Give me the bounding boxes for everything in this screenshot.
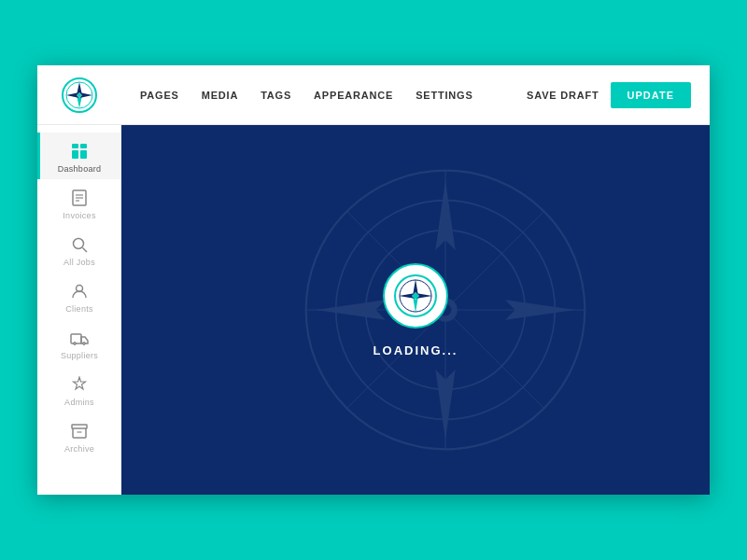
loading-text: LOADING... xyxy=(374,343,458,357)
logo-icon xyxy=(61,77,98,114)
svg-point-6 xyxy=(78,93,81,97)
save-draft-button[interactable]: SAVE DRAFT xyxy=(527,90,599,101)
loading-container: LOADING... xyxy=(374,263,458,357)
nav-item-tags[interactable]: TAGS xyxy=(261,90,291,101)
all-jobs-icon xyxy=(70,235,89,254)
sidebar-item-dashboard[interactable]: Dashboard xyxy=(37,133,121,179)
nav-item-appearance[interactable]: APPEARANCE xyxy=(314,90,393,101)
svg-marker-30 xyxy=(435,180,455,250)
svg-rect-7 xyxy=(72,144,78,148)
sidebar-item-clients-label: Clients xyxy=(65,304,93,314)
svg-point-15 xyxy=(74,239,84,249)
nav-items: PAGES MEDIA TAGS APPEARANCE SETTINGS xyxy=(140,90,527,101)
svg-rect-9 xyxy=(72,150,78,159)
sidebar-item-admins-label: Admins xyxy=(64,398,94,407)
nav-item-pages[interactable]: PAGES xyxy=(140,90,179,101)
svg-rect-18 xyxy=(71,334,81,343)
main-area: PAGES MEDIA TAGS APPEARANCE SETTINGS SAV… xyxy=(121,65,710,495)
sidebar-item-invoices-label: Invoices xyxy=(63,211,95,220)
suppliers-icon xyxy=(70,329,89,347)
sidebar-item-all-jobs-label: All Jobs xyxy=(63,258,95,267)
sidebar-item-suppliers-label: Suppliers xyxy=(61,351,98,360)
sidebar-item-archive-label: Archive xyxy=(64,444,94,454)
dashboard-icon xyxy=(70,142,89,161)
sidebar-item-invoices[interactable]: Invoices xyxy=(37,179,121,226)
archive-icon xyxy=(70,422,89,441)
sidebar-item-clients[interactable]: Clients xyxy=(37,273,121,319)
nav-actions: SAVE DRAFT UPDATE xyxy=(527,82,691,108)
sidebar-item-suppliers[interactable]: Suppliers xyxy=(37,319,121,366)
svg-line-16 xyxy=(83,248,88,253)
logo-area xyxy=(37,65,121,125)
sidebar-item-dashboard-label: Dashboard xyxy=(58,164,102,174)
top-navigation: PAGES MEDIA TAGS APPEARANCE SETTINGS SAV… xyxy=(121,65,710,125)
admins-icon xyxy=(70,375,89,394)
sidebar-item-admins[interactable]: Admins xyxy=(37,366,121,413)
sidebar: Dashboard Invoices xyxy=(37,65,121,495)
svg-marker-31 xyxy=(435,370,455,440)
content-area: LOADING... xyxy=(121,125,710,495)
svg-rect-21 xyxy=(72,425,87,428)
app-window: Dashboard Invoices xyxy=(37,65,710,495)
update-button[interactable]: UPDATE xyxy=(611,82,691,108)
svg-marker-32 xyxy=(505,300,575,319)
sidebar-item-archive[interactable]: Archive xyxy=(37,413,121,459)
invoices-icon xyxy=(70,189,89,207)
nav-item-settings[interactable]: SETTINGS xyxy=(416,90,472,101)
loading-logo xyxy=(383,263,448,329)
loading-compass-icon xyxy=(392,273,439,319)
sidebar-nav: Dashboard Invoices xyxy=(37,125,121,459)
svg-point-42 xyxy=(413,293,418,299)
svg-rect-10 xyxy=(80,150,87,159)
sidebar-item-all-jobs[interactable]: All Jobs xyxy=(37,226,121,273)
nav-item-media[interactable]: MEDIA xyxy=(202,90,238,101)
clients-icon xyxy=(70,282,89,301)
svg-rect-8 xyxy=(80,144,87,148)
